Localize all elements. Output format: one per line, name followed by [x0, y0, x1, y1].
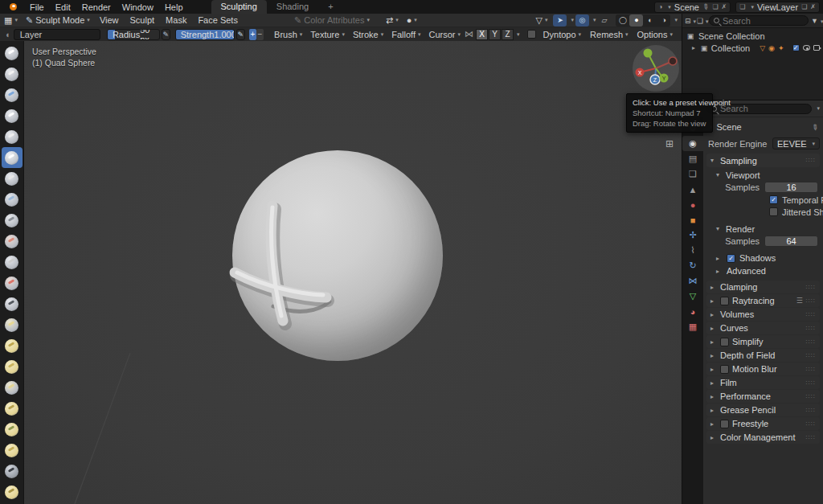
brush-clay-strips[interactable] [2, 105, 23, 126]
brush-pinch[interactable] [2, 314, 23, 335]
tab-material[interactable]: ◕ [682, 304, 703, 319]
tab-world[interactable]: ● [682, 197, 703, 212]
temporal-reprojection-checkbox[interactable]: ✓ [769, 195, 778, 204]
brush-flatten[interactable] [2, 252, 23, 272]
tab-render[interactable]: ◉ [682, 136, 703, 151]
freestyle-checkbox[interactable] [720, 420, 729, 428]
strength-increase-button[interactable]: + [249, 29, 256, 40]
panel-raytracing[interactable]: ▸Raytracing☰∷∷ [706, 294, 820, 307]
remesh-dropdown[interactable]: Remesh▾ [586, 28, 632, 40]
shading-solid-button[interactable]: ● [629, 14, 643, 27]
workspace-tab-sculpting[interactable]: Sculpting [211, 0, 267, 14]
shadows-checkbox[interactable]: ✓ [727, 254, 735, 263]
strength-pressure-toggle[interactable]: ✎ [236, 29, 245, 40]
brush-multiplane-scrape[interactable] [2, 293, 23, 314]
brush-clay-thumb[interactable] [2, 126, 23, 147]
panel-depth-of-field[interactable]: ▸Depth of Field∷∷ [706, 349, 820, 362]
brush-crease[interactable] [2, 210, 23, 231]
shading-rendered-button[interactable]: ◑ [657, 14, 670, 27]
tab-texture[interactable]: ▦ [682, 319, 703, 334]
pin-icon[interactable]: ✎ [700, 2, 710, 13]
scene-selector[interactable]: ◑▾ Scene ✎ ❏ ✗ [654, 2, 731, 13]
panel-film[interactable]: ▸Film∷∷ [706, 376, 820, 389]
hide-in-viewport-icon[interactable] [803, 45, 810, 51]
panel-curves[interactable]: ▸Curves∷∷ [706, 322, 820, 334]
menu-sculpt[interactable]: Sculpt [125, 15, 161, 25]
panel-sampling[interactable]: ▾Sampling∷∷ [706, 154, 820, 167]
delete-scene-icon[interactable]: ✗ [722, 3, 727, 10]
proportional-editing-dropdown[interactable]: ●▾ [403, 14, 421, 27]
brush-inflate[interactable] [2, 168, 23, 189]
radius-pressure-toggle[interactable]: ✎ [162, 29, 170, 40]
menu-file[interactable]: File [24, 2, 50, 12]
outliner-search-input[interactable]: Search [709, 15, 809, 26]
brush-pose[interactable] [2, 419, 23, 440]
render-engine-dropdown[interactable]: EEVEE▾ [772, 137, 820, 150]
outliner-row-scene-collection[interactable]: ▣ Scene Collection [682, 30, 823, 42]
tab-modifiers[interactable]: ✢ [682, 227, 703, 243]
menu-face-sets[interactable]: Face Sets [192, 15, 244, 25]
new-scene-icon[interactable]: ❏ [712, 3, 718, 10]
shadows-subpanel[interactable]: ▸ ✓ Shadows [706, 252, 820, 264]
brush-draw[interactable] [2, 43, 23, 64]
strength-slider[interactable]: Strength1.000 [175, 29, 235, 40]
snap-dropdown[interactable]: ⇄▾ [382, 14, 403, 27]
gizmo-axis-y-neg[interactable] [644, 49, 653, 58]
editor-type-button[interactable]: ▦▾ [0, 14, 22, 27]
mode-selector[interactable]: ✎ Sculpt Mode▾ [22, 14, 94, 27]
stroke-dropdown[interactable]: Stroke▾ [349, 28, 387, 40]
brush-smooth[interactable] [2, 231, 23, 252]
blender-logo-icon[interactable] [6, 2, 19, 11]
properties-options-icon[interactable]: ▾ [817, 105, 820, 112]
brush-blob[interactable] [2, 189, 23, 210]
add-workspace-button[interactable]: + [318, 0, 342, 14]
radius-slider[interactable]: Radius50 px [107, 29, 160, 40]
show-object-types-dropdown[interactable]: ▽▾ [531, 14, 551, 27]
shading-wireframe-button[interactable]: ◯ [616, 14, 629, 27]
strength-decrease-button[interactable]: − [256, 29, 264, 40]
panel-clamping[interactable]: ▸Clamping∷∷ [706, 281, 820, 293]
menu-edit[interactable]: Edit [50, 2, 76, 12]
show-overlays-toggle[interactable]: ◎ [575, 14, 589, 27]
texture-dropdown[interactable]: Texture▾ [306, 28, 349, 40]
brush-clay[interactable] [2, 84, 23, 105]
3d-viewport[interactable]: User Perspective (1) Quad Sphere [24, 41, 682, 504]
brush-layer[interactable] [2, 147, 23, 168]
brush-slide-relax[interactable] [2, 481, 23, 502]
brush-boundary[interactable] [2, 461, 23, 481]
symmetry-z-toggle[interactable]: Z [502, 29, 514, 40]
viewport-samples-field[interactable]: 16 [764, 182, 818, 193]
simplify-checkbox[interactable] [720, 338, 729, 346]
brush-nudge[interactable] [2, 440, 23, 461]
delete-viewlayer-icon[interactable]: ✗ [810, 3, 816, 10]
brush-thumb[interactable] [2, 398, 23, 419]
disable-in-renders-icon[interactable] [813, 45, 820, 51]
falloff-dropdown[interactable]: Falloff▾ [387, 28, 424, 40]
brush-preview-icon[interactable]: ◖ [5, 30, 10, 39]
tab-object[interactable]: ■ [682, 212, 703, 227]
symmetry-x-toggle[interactable]: X [476, 29, 488, 40]
tab-object-data[interactable]: ▽ [682, 289, 703, 304]
new-viewlayer-icon[interactable]: ❏ [801, 3, 807, 10]
tab-constraints[interactable]: ⋈ [682, 273, 703, 289]
workspace-tab-shading[interactable]: Shading [267, 0, 318, 14]
symmetry-y-toggle[interactable]: Y [489, 29, 501, 40]
dyntopo-dropdown[interactable]: Dyntopo▾ [539, 28, 586, 40]
menu-mask[interactable]: Mask [160, 15, 192, 25]
panel-performance[interactable]: ▸Performance∷∷ [706, 390, 820, 403]
pin-icon[interactable]: ✎ [809, 121, 820, 133]
menu-help[interactable]: Help [159, 2, 189, 12]
tab-scene[interactable]: ▲ [682, 182, 703, 197]
brush-elastic-deform[interactable] [2, 356, 23, 377]
brush-scrape[interactable] [2, 272, 23, 293]
collection-checkbox[interactable]: ✓ [792, 44, 800, 51]
show-gizmo-toggle[interactable]: ➤ [553, 14, 567, 27]
color-attributes-dropdown[interactable]: ✎ Color Attributes▾ [290, 14, 374, 27]
brush-grab[interactable] [2, 335, 23, 356]
raytracing-checkbox[interactable] [720, 297, 729, 305]
render-samples-field[interactable]: 64 [764, 236, 818, 247]
panel-volumes[interactable]: ▸Volumes∷∷ [706, 308, 820, 321]
subpanel-viewport[interactable]: ▾Viewport [706, 169, 820, 181]
preset-icon[interactable]: ☰ [796, 297, 803, 305]
tab-physics[interactable]: ↻ [682, 258, 703, 273]
